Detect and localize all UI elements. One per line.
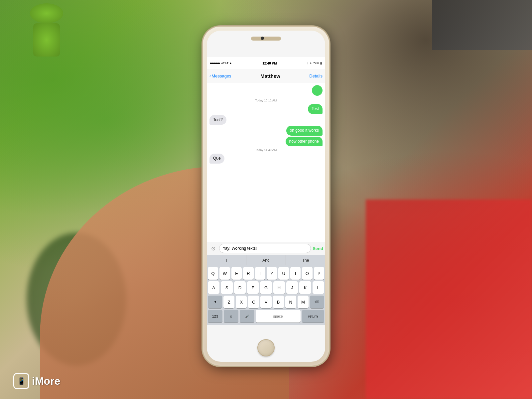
battery-label: 74% [313,62,319,65]
back-chevron-icon: ‹ [209,73,211,78]
key-z[interactable]: Z [223,296,234,308]
key-shift[interactable]: ⬆ [208,296,222,308]
message-input[interactable]: Yay! Working texts! [219,244,311,253]
bubble-test-out: Test [308,104,323,114]
signal-dot-3 [214,63,216,64]
key-f[interactable]: F [247,281,259,294]
wifi-icon: ▲ [229,62,232,65]
key-m[interactable]: M [298,296,309,308]
key-i[interactable]: I [290,267,301,280]
key-backspace[interactable]: ⌫ [310,296,324,308]
keyboard: Q W E R T Y U I O P A [207,265,325,325]
screen: AT&T ▲ 12:40 PM ↑ ✦ 74% ▮ ‹ Messag [207,57,325,325]
key-k[interactable]: K [299,281,311,294]
keyboard-row-4: 123 ☺ 🎤 space return [208,310,324,323]
location-icon: ↑ [307,62,309,65]
signal-dots [210,63,220,64]
key-l[interactable]: L [313,281,324,294]
key-return[interactable]: return [302,310,324,323]
signal-dot-2 [212,63,214,64]
keyboard-row-2: A S D F G H J K L [208,281,324,294]
bubble-good: oh good it works [286,126,323,136]
send-button[interactable]: Send [313,246,323,251]
key-v[interactable]: V [260,296,271,308]
key-c[interactable]: C [248,296,259,308]
key-e[interactable]: E [231,267,242,280]
key-x[interactable]: X [236,296,247,308]
battery-icon: ▮ [320,62,322,65]
autocomplete-bar: I And The [207,255,325,265]
imore-logo: 📱 iMore [13,373,60,389]
key-b[interactable]: B [273,296,284,308]
message-row-test-in: Test? [209,115,323,125]
message-row-test-out: Test [209,104,323,114]
message-row-que: Que [209,154,323,164]
imore-phone-icon: 📱 [17,377,26,385]
key-mic[interactable]: 🎤 [240,310,254,323]
input-area: ⊙ Yay! Working texts! Send I And The [207,242,325,325]
camera-icon: ⊙ [211,245,215,252]
key-space[interactable]: space [256,310,301,323]
timestamp-2: Today 11:49 AM [209,148,323,152]
key-r[interactable]: R [243,267,253,280]
front-camera [261,37,264,40]
bubble-que: Que [209,154,224,164]
carrier-label: AT&T [221,62,228,65]
key-n[interactable]: N [285,296,296,308]
key-d[interactable]: D [234,281,246,294]
key-o[interactable]: O [302,267,312,280]
status-left: AT&T ▲ [210,62,232,65]
keyboard-row-3: ⬆ Z X C V B N M ⌫ [208,296,324,308]
key-emoji[interactable]: ☺ [224,310,238,323]
autocomplete-the[interactable]: The [286,255,325,265]
imore-brand-text: iMore [32,375,60,387]
back-label: Messages [211,73,231,78]
conversation-title: Matthew [260,73,280,79]
iphone-body: AT&T ▲ 12:40 PM ↑ ✦ 74% ▮ ‹ Messag [203,27,329,366]
key-w[interactable]: W [219,267,230,280]
status-bar: AT&T ▲ 12:40 PM ↑ ✦ 74% ▮ [207,57,325,69]
signal-dot-5 [218,63,220,64]
keyboard-row-1: Q W E R T Y U I O P [208,267,324,280]
iphone-screen-container: AT&T ▲ 12:40 PM ↑ ✦ 74% ▮ ‹ Messag [207,31,325,362]
key-u[interactable]: U [278,267,289,280]
key-a[interactable]: A [208,281,219,294]
bluetooth-icon: ✦ [310,62,312,65]
key-g[interactable]: G [260,281,272,294]
imore-icon: 📱 [13,373,29,389]
bubble-now: now other phone [286,137,323,147]
message-row-good: oh good it works [209,126,323,136]
avatar-stub [312,85,323,96]
key-numbers[interactable]: 123 [208,310,222,323]
text-input-row: ⊙ Yay! Working texts! Send [207,242,325,255]
key-q[interactable]: Q [208,267,218,280]
clock: 12:40 PM [262,62,277,65]
message-row-now: now other phone [209,137,323,147]
signal-dot-1 [210,63,212,64]
autocomplete-and[interactable]: And [246,255,286,265]
key-h[interactable]: H [273,281,285,294]
nav-bar: ‹ Messages Matthew Details [207,69,325,83]
key-p[interactable]: P [314,267,324,280]
key-y[interactable]: Y [267,267,277,280]
autocomplete-i[interactable]: I [207,255,246,265]
camera-button[interactable]: ⊙ [209,244,217,253]
key-t[interactable]: T [255,267,265,280]
message-text: Yay! Working texts! [223,246,257,251]
status-right: ↑ ✦ 74% ▮ [307,62,322,65]
key-j[interactable]: J [286,281,298,294]
signal-dot-4 [216,63,218,64]
speaker [251,37,281,41]
bubble-test-in: Test? [209,115,226,125]
details-button[interactable]: Details [309,73,323,78]
key-s[interactable]: S [221,281,232,294]
home-button[interactable] [257,339,275,356]
back-button[interactable]: ‹ Messages [209,73,231,78]
timestamp-1: Today 10:11 AM [209,99,323,102]
